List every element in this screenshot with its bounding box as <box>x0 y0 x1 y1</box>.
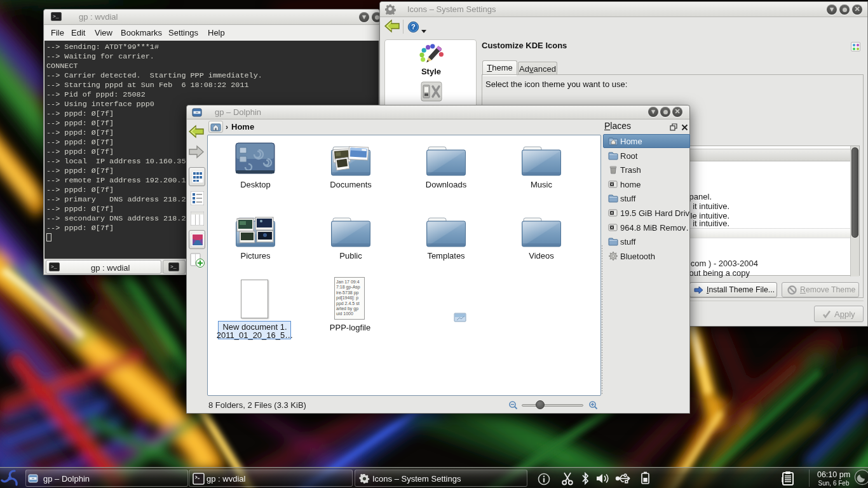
svg-text:?: ? <box>411 23 416 30</box>
